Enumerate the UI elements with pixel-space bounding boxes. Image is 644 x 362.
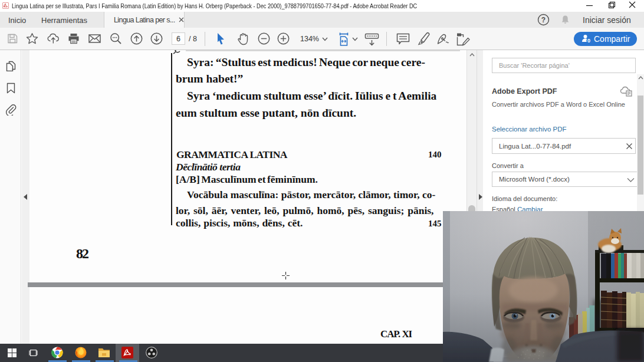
svg-text:0: 0 [587,38,590,44]
svg-text:?: ? [541,16,546,24]
